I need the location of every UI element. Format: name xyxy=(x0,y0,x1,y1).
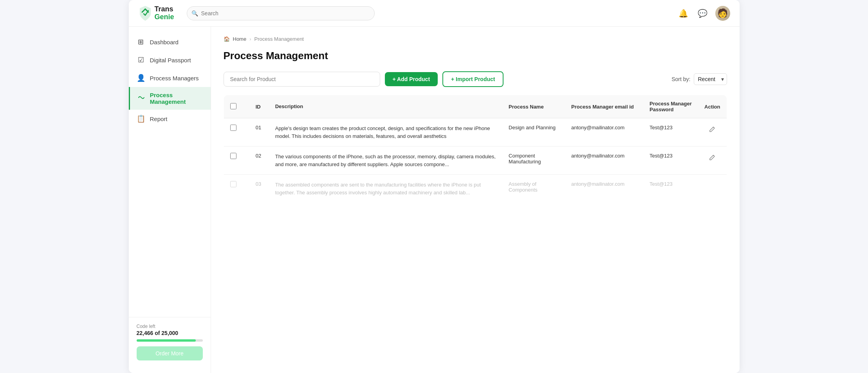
notification-button[interactable]: 🔔 xyxy=(677,7,690,20)
col-header-process-name: Process Name xyxy=(502,95,565,118)
table-row: 01 Apple's design team creates the produ… xyxy=(224,118,727,147)
row2-description: The various components of the iPhone, su… xyxy=(269,147,502,175)
topbar-actions: 🔔 💬 🧑 xyxy=(677,6,730,21)
row2-process-name: Component Manufacturing xyxy=(502,147,565,175)
edit-icon xyxy=(709,126,715,132)
row2-edit-button[interactable] xyxy=(707,153,717,164)
code-left-label: Code left xyxy=(137,324,203,329)
report-icon: 📋 xyxy=(137,114,145,123)
sidebar-item-label: Report xyxy=(150,116,168,122)
row3-description: The assembled components are sent to the… xyxy=(269,175,502,203)
row1-id: 01 xyxy=(249,118,269,147)
sidebar-item-digital-passport[interactable]: ☑ Digital Passport xyxy=(129,51,211,69)
avatar[interactable]: 🧑 xyxy=(715,6,730,21)
sort-select[interactable]: Recent Oldest A-Z Z-A xyxy=(694,73,727,85)
row2-id: 02 xyxy=(249,147,269,175)
table-row: 02 The various components of the iPhone,… xyxy=(224,147,727,175)
row1-checkbox[interactable] xyxy=(230,125,236,131)
sidebar-item-label: Dashboard xyxy=(150,39,179,45)
breadcrumb-current: Process Management xyxy=(254,36,304,42)
row3-checkbox-cell xyxy=(224,175,249,203)
app-container: TransGenie 🔍 🔔 💬 🧑 ⊞ Dashboard ☑ Digital… xyxy=(129,0,740,373)
code-value: 22,466 of 25,000 xyxy=(137,330,203,336)
dashboard-icon: ⊞ xyxy=(137,38,145,46)
table-header: ID Description Process Name Process Mana… xyxy=(224,95,727,118)
sidebar-item-label: Process Management xyxy=(150,92,203,105)
row1-process-name: Design and Planning xyxy=(502,118,565,147)
row1-email: antony@mailinator.com xyxy=(565,118,643,147)
row3-action xyxy=(698,175,727,203)
sidebar-item-dashboard[interactable]: ⊞ Dashboard xyxy=(129,33,211,51)
product-search-input[interactable] xyxy=(224,72,380,87)
row1-checkbox-cell xyxy=(224,118,249,147)
sidebar-item-process-management[interactable]: Process Management xyxy=(129,87,211,110)
row2-action xyxy=(698,147,727,175)
logo: TransGenie xyxy=(138,5,174,22)
col-header-action: Action xyxy=(698,95,727,118)
home-icon: 🏠 xyxy=(224,36,230,42)
logo-text: TransGenie xyxy=(155,5,174,21)
message-button[interactable]: 💬 xyxy=(696,7,709,20)
main-area: ⊞ Dashboard ☑ Digital Passport 👤 Process… xyxy=(129,27,740,373)
sidebar: ⊞ Dashboard ☑ Digital Passport 👤 Process… xyxy=(129,27,211,373)
row2-checkbox-cell xyxy=(224,147,249,175)
logo-icon xyxy=(138,5,152,22)
table-header-row: ID Description Process Name Process Mana… xyxy=(224,95,727,118)
row3-email: antony@mailinator.com xyxy=(565,175,643,203)
top-bar: TransGenie 🔍 🔔 💬 🧑 xyxy=(129,0,740,27)
sidebar-item-report[interactable]: 📋 Report xyxy=(129,110,211,128)
sidebar-item-process-managers[interactable]: 👤 Process Managers xyxy=(129,69,211,87)
progress-bar-background xyxy=(137,339,203,342)
toolbar: + Add Product + Import Product Sort by: … xyxy=(224,71,727,87)
select-all-checkbox[interactable] xyxy=(230,103,236,109)
col-header-description: Description xyxy=(269,95,502,118)
sort-by-label: Sort by: xyxy=(671,76,690,82)
row1-edit-button[interactable] xyxy=(707,125,717,136)
edit-icon xyxy=(709,154,715,161)
table-body: 01 Apple's design team creates the produ… xyxy=(224,118,727,203)
process-management-icon xyxy=(138,94,145,103)
breadcrumb: 🏠 Home › Process Management xyxy=(224,36,727,42)
main-content: 🏠 Home › Process Management Process Mana… xyxy=(211,27,740,373)
digital-passport-icon: ☑ xyxy=(137,56,145,64)
row3-process-name: Assembly of Components xyxy=(502,175,565,203)
breadcrumb-home-link[interactable]: Home xyxy=(233,36,247,42)
row3-checkbox[interactable] xyxy=(230,181,236,187)
row1-description: Apple's design team creates the product … xyxy=(269,118,502,147)
order-more-button[interactable]: Order More xyxy=(137,346,203,360)
row2-checkbox[interactable] xyxy=(230,153,236,159)
row2-password: Test@123 xyxy=(643,147,698,175)
add-product-button[interactable]: + Add Product xyxy=(385,72,438,86)
progress-bar-fill xyxy=(137,339,196,342)
row1-action xyxy=(698,118,727,147)
row3-password: Test@123 xyxy=(643,175,698,203)
page-title: Process Management xyxy=(224,50,727,62)
process-table: ID Description Process Name Process Mana… xyxy=(224,95,727,203)
row1-password: Test@123 xyxy=(643,118,698,147)
col-header-email: Process Manager email id xyxy=(565,95,643,118)
process-managers-icon: 👤 xyxy=(137,74,145,82)
sort-wrapper: Recent Oldest A-Z Z-A xyxy=(694,73,727,85)
row3-id: 03 xyxy=(249,175,269,203)
sidebar-item-label: Process Managers xyxy=(150,75,199,81)
import-product-button[interactable]: + Import Product xyxy=(442,71,503,87)
sidebar-item-label: Digital Passport xyxy=(150,57,191,63)
col-header-checkbox xyxy=(224,95,249,118)
breadcrumb-separator: › xyxy=(249,36,251,42)
col-header-id: ID xyxy=(249,95,269,118)
table-row: 03 The assembled components are sent to … xyxy=(224,175,727,203)
sidebar-bottom: Code left 22,466 of 25,000 Order More xyxy=(129,317,211,367)
search-icon: 🔍 xyxy=(191,10,198,16)
search-bar: 🔍 xyxy=(187,6,375,20)
row2-email: antony@mailinator.com xyxy=(565,147,643,175)
search-input[interactable] xyxy=(187,6,375,20)
col-header-password: Process Manager Password xyxy=(643,95,698,118)
sort-by-container: Sort by: Recent Oldest A-Z Z-A xyxy=(671,73,727,85)
